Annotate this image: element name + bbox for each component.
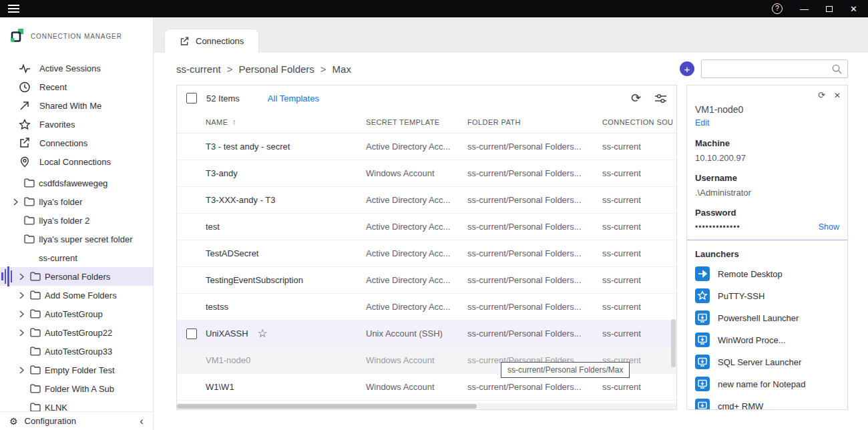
breadcrumb-item[interactable]: ss-current [176, 63, 221, 75]
panel-close-icon[interactable]: ✕ [834, 91, 841, 100]
table-row[interactable]: W1\W1 Windows Account ss-current/Persona… [177, 374, 676, 401]
launcher-powershell[interactable]: Powershell Launcher [695, 310, 839, 325]
remote-desktop-icon [695, 266, 710, 281]
tree-item-folder-with-a-sub[interactable]: Folder With A Sub [0, 379, 153, 398]
chevron-right-icon[interactable] [19, 329, 30, 337]
sql-server-launcher-icon [695, 355, 710, 369]
launcher-winword[interactable]: WinWord Proce... [695, 333, 839, 347]
column-header-path[interactable]: FOLDER PATH [467, 118, 602, 126]
launchers-title: Launchers [695, 249, 839, 259]
tab-label: Connections [196, 36, 244, 46]
chevron-right-icon[interactable] [19, 310, 30, 318]
help-icon[interactable]: ? [772, 3, 783, 14]
add-button[interactable]: + [680, 61, 694, 76]
folder-path: ss-current/Personal Folders... [467, 302, 602, 312]
tree-item-empty-folder-test[interactable]: Empty Folder Test [0, 361, 153, 379]
table-row[interactable]: test Active Directory Acc... ss-current/… [177, 214, 676, 240]
show-password-link[interactable]: Show [819, 222, 839, 232]
column-header-source[interactable]: CONNECTION SOU [602, 118, 676, 126]
tree-item-autotestgroup[interactable]: AutoTestGroup [0, 304, 153, 323]
launcher-label: WinWord Proce... [718, 335, 786, 345]
launcher-cmd-rmw[interactable]: cmd+ RMW [695, 399, 839, 410]
secret-name: TestingEventSubscription [206, 275, 303, 285]
tree-item-label: Folder With A Sub [45, 384, 114, 394]
tree-item-add-some-folders[interactable]: Add Some Folders [0, 286, 153, 304]
tree-item-ss-current[interactable]: ss-current [0, 248, 153, 267]
table-row[interactable]: T3 - test andy - secret Active Directory… [177, 134, 676, 160]
folder-icon [24, 216, 39, 225]
refresh-icon[interactable]: ⟳ [631, 92, 641, 104]
tree-item-klnk[interactable]: KLNK [0, 398, 153, 411]
chevron-right-icon[interactable] [13, 198, 24, 206]
tree-item-csdfdsfawewegeg[interactable]: csdfdsfawewegeg [0, 174, 153, 192]
sidebar-item-shared-with-me[interactable]: Shared With Me [0, 96, 153, 115]
search-input[interactable] [707, 64, 832, 74]
sidebar-item-recent[interactable]: Recent [0, 77, 153, 96]
launcher-notepad[interactable]: new name for Notepad [695, 377, 839, 391]
nav-label: Shared With Me [39, 101, 101, 111]
maximize-button[interactable] [826, 6, 833, 12]
tab-connections[interactable]: Connections [164, 29, 259, 53]
horizontal-scrollbar[interactable] [177, 403, 676, 409]
tree-item-label: Ilya's folder [39, 197, 82, 207]
table-row-unixassh[interactable]: UniXASSH ☆ Unix Account (SSH) ss-current… [177, 320, 676, 347]
table-row[interactable]: T3-andy Windows Account ss-current/Perso… [177, 160, 676, 187]
vertical-scrollbar-thumb[interactable] [671, 319, 676, 367]
tree-item-label: AutoTestGroup22 [45, 328, 112, 338]
launcher-remote-desktop[interactable]: Remote Desktop [695, 266, 839, 281]
sidebar-item-active-sessions[interactable]: Active Sessions [0, 59, 153, 77]
column-header-template[interactable]: SECRET TEMPLATE [366, 118, 467, 126]
table-row[interactable]: T3-XXX-andy - T3 Active Directory Acc...… [177, 187, 676, 214]
tree-item-personal-folders[interactable]: Personal Folders [0, 267, 153, 286]
secret-template: Windows Account [366, 382, 467, 392]
sort-ascending-icon[interactable]: ↑ [232, 117, 236, 127]
sidebar-item-connections[interactable]: Connections [0, 134, 153, 152]
location-pin-icon [19, 156, 31, 168]
tree-item-autotestgroup22[interactable]: AutoTestGroup22 [0, 323, 153, 342]
templates-filter-link[interactable]: All Templates [268, 93, 319, 103]
tree-item-ilyas-folder[interactable]: Ilya's folder [0, 192, 153, 211]
chevron-right-icon[interactable] [19, 367, 30, 374]
secret-name: W1\W1 [206, 382, 234, 392]
horizontal-scrollbar-thumb[interactable] [177, 404, 477, 409]
minimize-button[interactable]: — [800, 5, 809, 13]
panel-refresh-icon[interactable]: ⟳ [818, 90, 825, 100]
chevron-right-icon[interactable] [19, 292, 30, 299]
activity-icon [19, 63, 31, 73]
sidebar-collapse-icon[interactable]: ‹ [140, 415, 144, 427]
tree-item-ilyas-super-secret-folder[interactable]: Ilya's super secret folder [0, 230, 153, 248]
row-checkbox[interactable] [186, 329, 197, 339]
launcher-putty-ssh[interactable]: PuTTY-SSH [695, 288, 839, 303]
table-row[interactable]: TestingEventSubscription Active Director… [177, 267, 676, 294]
table-row[interactable]: testss Active Directory Acc... ss-curren… [177, 294, 676, 320]
maximize-icon [826, 6, 833, 12]
launcher-sql-server[interactable]: SQL Server Launcher [695, 355, 839, 369]
field-machine: Machine 10.10.200.97 [695, 138, 839, 163]
column-settings-icon[interactable] [654, 93, 667, 103]
table-row[interactable]: TestADSecret Active Directory Acc... ss-… [177, 240, 676, 267]
folder-path: ss-current/Personal Folders... [467, 248, 602, 258]
favorite-star-icon[interactable]: ☆ [258, 328, 268, 339]
hamburger-menu-icon[interactable] [8, 5, 19, 13]
sidebar-item-favorites[interactable]: Favorites [0, 115, 153, 134]
brand-text: CONNECTION MANAGER [31, 33, 122, 40]
select-all-checkbox[interactable] [186, 93, 197, 103]
connection-source: ss-current [602, 382, 676, 392]
tree-item-ilyas-folder-2[interactable]: Ilya's folder 2 [0, 211, 153, 230]
sidebar-item-local-connections[interactable]: Local Connections [0, 152, 153, 171]
sidebar-item-configuration[interactable]: ⚙ Configuration ‹ [0, 411, 153, 430]
tree-item-autotestgroup33[interactable]: AutoTestGroup33 [0, 342, 153, 361]
breadcrumb-item[interactable]: Personal Folders [238, 63, 314, 75]
secret-name: T3-andy [206, 168, 238, 178]
tree-item-label: ss-current [39, 253, 77, 263]
close-button[interactable]: ✕ [850, 5, 857, 13]
folder-path-tooltip: ss-current/Personal Folders/Max [501, 362, 630, 378]
column-header-name[interactable]: NAME ↑ [206, 117, 366, 127]
edit-link[interactable]: Edit [695, 118, 710, 128]
folder-path: ss-current/Personal Folders... [467, 382, 602, 392]
breadcrumb-item[interactable]: Max [333, 63, 351, 75]
tab-strip: Connections [154, 17, 868, 53]
chevron-right-icon[interactable] [19, 273, 30, 280]
putty-ssh-icon [695, 288, 710, 303]
nav-label: Favorites [39, 120, 75, 130]
